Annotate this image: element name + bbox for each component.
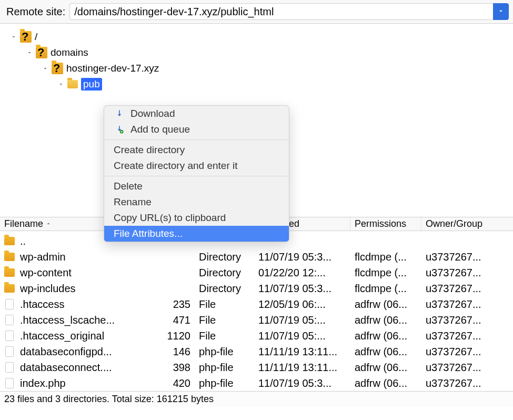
cell-modified: 11/07/19 05:3... — [258, 283, 331, 295]
cell-permissions: flcdmpe (... — [355, 283, 407, 295]
cell-permissions: flcdmpe (... — [355, 251, 407, 263]
col-header-permissions[interactable]: Permissions — [350, 217, 421, 231]
file-list-body: ..wp-adminDirectory11/07/19 05:3...flcdm… — [0, 231, 513, 391]
cell-type: php-file — [199, 377, 234, 389]
cell-permissions: adfrw (06... — [355, 346, 407, 358]
folder-icon — [4, 237, 15, 245]
table-row[interactable]: wp-contentDirectory01/22/20 12:...flcdmp… — [0, 265, 513, 281]
chevron-down-icon — [497, 6, 505, 17]
folder-open-icon — [67, 80, 78, 88]
tree-node-label: hostinger-dev-17.xyz — [66, 63, 159, 74]
file-icon — [5, 299, 14, 309]
disclosure-triangle-down-icon[interactable] — [26, 47, 33, 58]
table-row[interactable]: wp-includesDirectory11/07/19 05:3...flcd… — [0, 281, 513, 296]
cell-owner: u3737267... — [426, 330, 481, 342]
table-row[interactable]: index.php420php-file11/07/19 05:3...adfr… — [0, 375, 513, 391]
sort-ascending-icon — [43, 218, 52, 229]
ctx-label: File Attributes... — [114, 228, 183, 239]
file-icon — [5, 346, 14, 357]
file-icon — [5, 362, 14, 373]
tree-node-label: / — [35, 31, 37, 43]
remote-tree-panel: ? / ? domains ? hostinger-dev-17.xyz pub… — [0, 24, 513, 217]
ctx-delete[interactable]: Delete — [104, 178, 289, 194]
tree-row[interactable]: pub — [4, 76, 509, 92]
cell-modified: 11/07/19 05:3... — [258, 377, 331, 389]
table-row[interactable]: databaseconfigpd...146php-file11/11/19 1… — [0, 344, 513, 359]
ctx-create-directory[interactable]: Create directory — [104, 142, 289, 158]
remote-path-combo — [69, 3, 509, 20]
cell-owner: u3737267... — [426, 298, 481, 311]
ctx-copy-urls[interactable]: Copy URL(s) to clipboard — [104, 210, 289, 226]
download-arrow-icon — [114, 108, 125, 119]
ctx-label: Delete — [114, 181, 143, 192]
cell-size: 1120 — [167, 330, 191, 342]
cell-filename: index.php — [20, 377, 66, 389]
file-icon — [5, 378, 14, 388]
cell-modified: 12/05/19 06:... — [258, 298, 326, 311]
cell-filename: .htaccess_lscache... — [20, 314, 115, 326]
cell-owner: u3737267... — [426, 377, 481, 389]
col-header-owner[interactable]: Owner/Group — [421, 217, 513, 231]
cell-size: 235 — [173, 298, 190, 311]
cell-permissions: adfrw (06... — [355, 314, 407, 326]
cell-owner: u3737267... — [426, 362, 481, 374]
table-row[interactable]: .htaccess_lscache...471File11/07/19 05:.… — [0, 312, 513, 328]
cell-modified: 01/22/20 12:... — [258, 267, 326, 279]
context-menu: Download Add to queue Create directory C… — [104, 105, 289, 242]
unknown-folder-icon: ? — [36, 47, 47, 58]
cell-type: File — [199, 298, 216, 311]
unknown-folder-icon: ? — [52, 63, 63, 74]
tree-node-selected-label: pub — [81, 78, 102, 91]
cell-type: Directory — [199, 283, 241, 295]
tree-row[interactable]: ? domains — [4, 45, 509, 61]
cell-filename: wp-content — [20, 267, 72, 279]
cell-type: Directory — [199, 251, 241, 263]
status-text: 23 files and 3 directories. Total size: … — [4, 394, 214, 404]
ctx-create-directory-enter[interactable]: Create directory and enter it — [104, 158, 289, 174]
ctx-separator — [104, 176, 289, 176]
ctx-file-attributes[interactable]: File Attributes... — [104, 226, 289, 242]
disclosure-triangle-down-icon[interactable] — [42, 63, 48, 74]
disclosure-triangle-right-icon[interactable] — [58, 78, 64, 90]
cell-modified: 11/11/19 13:11... — [258, 362, 337, 374]
cell-permissions: adfrw (06... — [355, 298, 407, 311]
table-row[interactable]: .htaccess235File12/05/19 06:...adfrw (06… — [0, 296, 513, 312]
cell-filename: databaseconfigpd... — [20, 346, 112, 358]
table-row[interactable]: wp-adminDirectory11/07/19 05:3...flcdmpe… — [0, 249, 513, 265]
cell-type: php-file — [199, 362, 234, 374]
cell-size: 398 — [173, 362, 190, 374]
cell-type: File — [199, 314, 216, 326]
cell-size: 420 — [173, 377, 190, 389]
folder-icon — [4, 284, 15, 293]
cell-filename: databaseconnect.... — [20, 362, 112, 374]
ctx-label: Download — [130, 108, 175, 119]
tree-row[interactable]: ? hostinger-dev-17.xyz — [4, 61, 509, 76]
file-icon — [5, 331, 14, 341]
remote-path-input[interactable] — [69, 3, 493, 20]
tree-row[interactable]: ? / — [4, 29, 509, 45]
col-label: Permissions — [355, 218, 406, 229]
cell-type: File — [199, 330, 216, 342]
ctx-add-to-queue[interactable]: Add to queue — [104, 122, 289, 137]
remote-site-label: Remote site: — [6, 6, 65, 18]
cell-filename: wp-admin — [20, 251, 66, 263]
ctx-label: Copy URL(s) to clipboard — [114, 212, 226, 224]
status-bar: 23 files and 3 directories. Total size: … — [0, 391, 513, 407]
folder-icon — [4, 268, 15, 277]
cell-size: 146 — [173, 346, 190, 358]
cell-filename: .. — [20, 235, 26, 247]
remote-path-dropdown-button[interactable] — [493, 3, 509, 20]
tree-node-label: domains — [51, 47, 88, 58]
cell-modified: 11/11/19 13:11... — [258, 346, 337, 358]
table-row[interactable]: databaseconnect....398php-file11/11/19 1… — [0, 359, 513, 375]
add-to-queue-icon — [114, 124, 125, 135]
cell-permissions: adfrw (06... — [355, 362, 407, 374]
disclosure-triangle-down-icon[interactable] — [11, 31, 17, 43]
table-row[interactable]: .htaccess_original1120File11/07/19 05:..… — [0, 328, 513, 344]
ctx-download[interactable]: Download — [104, 106, 289, 122]
ctx-separator — [104, 139, 289, 140]
cell-owner: u3737267... — [426, 251, 481, 263]
cell-owner: u3737267... — [426, 283, 481, 295]
ctx-rename[interactable]: Rename — [104, 194, 289, 210]
unknown-folder-icon: ? — [20, 31, 32, 43]
